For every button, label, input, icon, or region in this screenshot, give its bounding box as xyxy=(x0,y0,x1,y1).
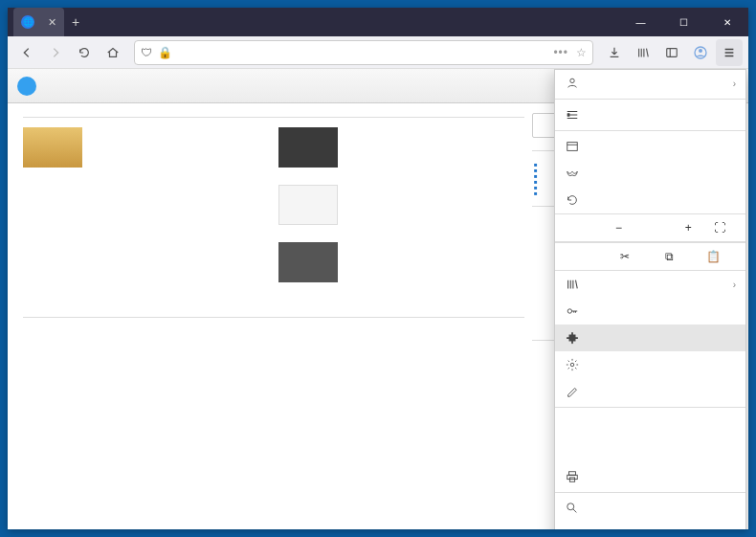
article xyxy=(23,125,269,169)
svg-rect-8 xyxy=(569,472,576,476)
shield-icon[interactable]: 🛡 xyxy=(141,46,152,59)
fullscreen-button[interactable]: ⛶ xyxy=(704,214,736,241)
paint-icon xyxy=(565,384,580,399)
account-button[interactable] xyxy=(687,39,714,66)
copy-button[interactable]: ⧉ xyxy=(647,243,691,270)
forward-button[interactable] xyxy=(42,39,69,66)
cut-button[interactable]: ✂ xyxy=(603,243,647,270)
zoom-in-button[interactable]: + xyxy=(673,214,704,241)
maximize-button[interactable]: ☐ xyxy=(662,8,705,36)
svg-rect-4 xyxy=(567,113,570,117)
account-icon xyxy=(565,76,580,91)
menu-library[interactable]: › xyxy=(555,271,745,298)
svg-point-2 xyxy=(699,49,702,53)
menu-logins[interactable] xyxy=(555,298,745,324)
menu-open-file[interactable] xyxy=(555,410,745,436)
url-bar[interactable]: 🛡 🔒 ••• ☆ xyxy=(134,40,593,65)
tab-close-icon[interactable]: ✕ xyxy=(40,16,56,29)
article-thumb[interactable] xyxy=(278,242,338,282)
window-icon xyxy=(565,139,580,154)
downloads-button[interactable] xyxy=(601,39,628,66)
menu-signin[interactable]: › xyxy=(555,70,745,97)
back-button[interactable] xyxy=(13,39,40,66)
restore-icon xyxy=(565,192,580,208)
chevron-right-icon: › xyxy=(733,78,736,89)
sidebar-button[interactable] xyxy=(658,39,685,66)
zoom-level[interactable] xyxy=(634,214,673,241)
browser-tab[interactable]: 🌐 ✕ xyxy=(13,8,64,36)
svg-point-11 xyxy=(567,503,574,510)
app-menu-button[interactable] xyxy=(716,39,743,66)
svg-point-6 xyxy=(567,309,571,313)
news-heading xyxy=(23,113,524,118)
bookmark-star-icon[interactable]: ☆ xyxy=(576,46,587,59)
key-icon xyxy=(565,303,580,319)
close-button[interactable]: ✕ xyxy=(705,8,748,36)
titlebar: 🌐 ✕ + — ☐ ✕ xyxy=(8,8,748,36)
svg-rect-0 xyxy=(667,48,678,56)
menu-customize[interactable] xyxy=(555,378,745,405)
article-thumb[interactable] xyxy=(278,127,338,168)
menu-new-window[interactable] xyxy=(555,133,745,160)
library-button[interactable] xyxy=(630,39,656,66)
article-thumb[interactable] xyxy=(278,185,338,225)
menu-restore[interactable] xyxy=(555,187,745,213)
site-logo[interactable] xyxy=(8,77,48,96)
new-tab-button[interactable]: + xyxy=(72,14,79,30)
menu-addons[interactable] xyxy=(555,324,745,351)
search-icon xyxy=(565,501,580,516)
mask-icon xyxy=(565,166,580,181)
home-button[interactable] xyxy=(100,39,126,66)
article-thumb[interactable] xyxy=(23,127,82,168)
paste-button[interactable]: 📋 xyxy=(692,243,736,270)
library-icon xyxy=(565,277,580,292)
menu-protections[interactable] xyxy=(555,101,745,128)
menu-options[interactable] xyxy=(555,351,745,378)
dashboard-icon xyxy=(565,107,580,123)
page-content: › − xyxy=(8,69,748,529)
lock-icon[interactable]: 🔒 xyxy=(158,46,172,59)
tab-favicon: 🌐 xyxy=(21,15,34,29)
top-removal-heading xyxy=(23,307,524,318)
print-icon xyxy=(565,469,580,484)
menu-zoom-row: − + ⛶ xyxy=(555,213,745,242)
minimize-button[interactable]: — xyxy=(619,8,662,36)
reload-button[interactable] xyxy=(71,39,98,66)
menu-new-private[interactable] xyxy=(555,160,745,187)
menu-edit-row: ✂ ⧉ 📋 xyxy=(555,242,745,271)
zoom-out-button[interactable]: − xyxy=(603,214,634,241)
svg-point-7 xyxy=(570,363,574,367)
chevron-right-icon: › xyxy=(733,280,736,290)
menu-save-page[interactable] xyxy=(555,436,745,463)
menu-find[interactable] xyxy=(555,495,745,522)
gear-icon xyxy=(565,357,580,372)
app-menu: › − xyxy=(554,69,746,529)
url-actions-icon[interactable]: ••• xyxy=(553,46,568,59)
menu-print[interactable] xyxy=(555,463,745,490)
puzzle-icon xyxy=(565,330,580,346)
svg-point-3 xyxy=(570,78,574,82)
logo-icon xyxy=(17,77,36,96)
svg-rect-5 xyxy=(567,143,578,151)
browser-toolbar: 🛡 🔒 ••• ☆ xyxy=(8,36,748,69)
menu-more[interactable]: › xyxy=(555,522,745,529)
